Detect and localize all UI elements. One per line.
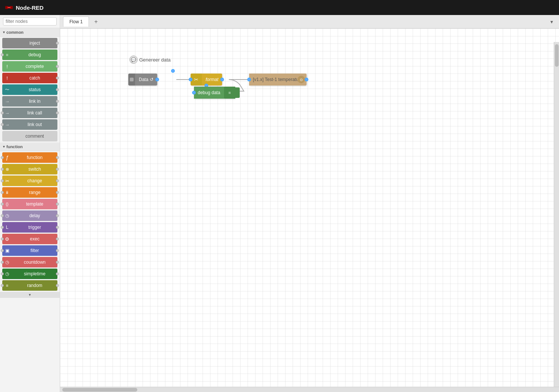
mqtt-in-port[interactable]	[247, 78, 251, 81]
sidebar: ▾ common inject ≡ debug ! complete ! cat…	[0, 15, 60, 392]
comment-icon: 💬	[129, 56, 138, 64]
section-header-common[interactable]: ▾ common	[0, 28, 60, 37]
canvas: 💬 Genereer data Data ↺ ✂	[60, 29, 559, 387]
node-switch[interactable]: ⊗ switch	[2, 164, 57, 174]
debug-expand[interactable]	[234, 87, 240, 98]
node-catch[interactable]: ! catch	[2, 73, 57, 83]
section-label-function: function	[6, 144, 23, 149]
canvas-debug-node[interactable]: debug data ≡	[194, 87, 235, 99]
canvas-inject-node[interactable]: Data ↺	[128, 74, 157, 86]
section-label-common: common	[6, 30, 24, 35]
filter-nodes-container	[0, 15, 60, 28]
node-debug[interactable]: ≡ debug	[2, 50, 57, 60]
search-input[interactable]	[3, 17, 57, 26]
node-random[interactable]: ≡ random	[2, 280, 57, 291]
logo-icon	[5, 3, 14, 12]
node-link-out[interactable]: → link out	[2, 119, 57, 130]
format-in-port[interactable]	[189, 78, 192, 81]
mqtt-icon: ⊙	[298, 76, 305, 83]
inject-top-port	[171, 69, 175, 73]
svg-point-3	[8, 7, 9, 8]
canvas-mqtt-node[interactable]: [v1.x] Test-1 temperature ⊙	[249, 74, 307, 86]
sidebar-scroll-down[interactable]: ▼	[0, 292, 60, 298]
debug-in-port[interactable]	[192, 91, 196, 95]
node-range[interactable]: ii range	[2, 187, 57, 198]
section-header-function[interactable]: ▾ function	[0, 143, 60, 151]
main-area: Flow 1 + ▾ 💬 Genereer data	[60, 15, 559, 392]
vertical-scrollbar[interactable]	[554, 42, 559, 387]
tabs-bar: Flow 1 + ▾	[60, 15, 559, 29]
scrollbar-thumb[interactable]	[62, 388, 137, 392]
debug-label: debug data	[194, 87, 224, 99]
svg-point-4	[9, 7, 11, 8]
inject-square	[128, 74, 135, 86]
node-complete[interactable]: ! complete	[2, 61, 57, 72]
format-out-port[interactable]	[220, 78, 224, 81]
node-function[interactable]: ƒ function	[2, 152, 57, 163]
canvas-format-node[interactable]: ✂ format	[191, 74, 222, 86]
canvas-comment-node[interactable]: 💬 Genereer data	[129, 56, 171, 64]
node-trigger[interactable]: L trigger	[2, 222, 57, 233]
app-title: Node-RED	[16, 5, 44, 11]
node-link-in[interactable]: → link in	[2, 96, 57, 107]
debug-icon: ≡	[224, 87, 235, 99]
inject-label: Data ↺	[135, 74, 157, 86]
node-countdown[interactable]: ◷ countdown	[2, 257, 57, 267]
tab-flow1[interactable]: Flow 1	[63, 17, 89, 27]
node-inject[interactable]: inject	[2, 38, 57, 48]
horizontal-scrollbar[interactable]	[60, 387, 559, 392]
topbar: Node-RED	[0, 0, 559, 15]
logo: Node-RED	[5, 3, 44, 12]
vscroll-thumb[interactable]	[555, 44, 559, 67]
node-status[interactable]: 〜 status	[2, 84, 57, 95]
chevron-icon: ▾	[3, 30, 5, 34]
node-exec[interactable]: ⚙ exec	[2, 234, 57, 244]
node-link-call[interactable]: → link call	[2, 108, 57, 118]
node-comment[interactable]: comment	[2, 131, 57, 141]
comment-label: Genereer data	[139, 57, 171, 63]
node-change[interactable]: ✂ change	[2, 176, 57, 186]
inject-out-port[interactable]	[155, 78, 159, 81]
node-delay[interactable]: ◷ delay	[2, 210, 57, 221]
add-tab-button[interactable]: +	[90, 17, 101, 27]
tabs-menu-button[interactable]: ▾	[547, 17, 556, 26]
node-simpletime[interactable]: ◷ simpletime	[2, 269, 57, 279]
mqtt-out-port[interactable]	[305, 78, 308, 81]
chevron-icon-func: ▾	[3, 145, 5, 149]
node-filter[interactable]: ▣ filter	[2, 245, 57, 256]
node-template[interactable]: {} template	[2, 199, 57, 209]
